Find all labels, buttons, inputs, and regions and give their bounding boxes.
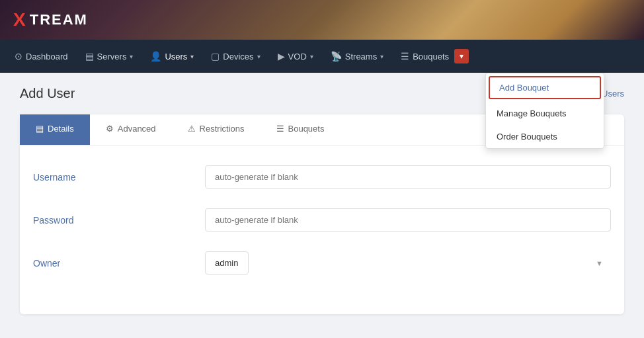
nav-item-vod[interactable]: ▶ VOD ▾ <box>270 46 321 67</box>
restrictions-tab-label: Restrictions <box>200 124 245 134</box>
nav-label-users: Users <box>165 52 187 62</box>
password-row: Password <box>33 208 611 232</box>
bouquets-add-item[interactable]: Add Bouquet <box>489 76 601 99</box>
page-title: Add User <box>20 86 75 101</box>
servers-icon: ▤ <box>85 51 94 62</box>
vod-chevron-icon: ▾ <box>310 53 313 60</box>
bouquets-manage-item[interactable]: Manage Bouquets <box>486 102 604 125</box>
bouquets-dropdown-button[interactable]: ▾ <box>454 49 469 63</box>
nav-item-devices[interactable]: ▢ Devices ▾ <box>203 46 268 67</box>
navbar: ⊙ Dashboard ▤ Servers ▾ 👤 Users ▾ ▢ Devi… <box>0 40 644 73</box>
nav-item-servers[interactable]: ▤ Servers ▾ <box>77 46 141 67</box>
dashboard-icon: ⊙ <box>15 51 22 62</box>
tab-bouquets[interactable]: ☰ Bouquets <box>261 114 341 145</box>
logo-x: X <box>13 9 27 30</box>
bouquets-order-item[interactable]: Order Bouquets <box>486 125 604 148</box>
nav-item-dashboard[interactable]: ⊙ Dashboard <box>7 46 76 67</box>
nav-item-streams[interactable]: 📡 Streams ▾ <box>323 46 391 67</box>
logo[interactable]: X TREAM <box>13 9 88 30</box>
streams-chevron-icon: ▾ <box>380 53 383 60</box>
header: X TREAM <box>0 0 644 40</box>
nav-label-devices: Devices <box>223 52 253 62</box>
nav-item-users[interactable]: 👤 Users ▾ <box>142 46 202 67</box>
advanced-tab-icon: ⚙ <box>106 124 114 134</box>
users-chevron-icon: ▾ <box>190 53 194 60</box>
users-icon: 👤 <box>150 51 161 62</box>
nav-item-bouquets[interactable]: ☰ Bouquets ▾ <box>393 46 469 67</box>
tab-advanced[interactable]: ⚙ Advanced <box>90 114 172 145</box>
bouquets-icon: ☰ <box>401 51 409 62</box>
bouquets-text[interactable]: ☰ Bouquets <box>393 46 454 67</box>
owner-select[interactable]: admin <box>205 251 249 275</box>
username-row: Username <box>33 165 611 189</box>
nav-label-bouquets: Bouquets <box>413 52 449 62</box>
vod-icon: ▶ <box>278 51 285 62</box>
username-label: Username <box>33 172 205 183</box>
owner-label: Owner <box>33 258 205 269</box>
restrictions-tab-icon: ⚠ <box>188 124 196 134</box>
details-tab-label: Details <box>48 124 74 134</box>
bouquets-dropdown-menu: Add Bouquet Manage Bouquets Order Bouque… <box>485 73 604 149</box>
tab-details[interactable]: ▤ Details <box>20 114 90 145</box>
bouquets-tab-label: Bouquets <box>288 124 325 134</box>
nav-label-vod: VOD <box>288 52 307 62</box>
nav-label-streams: Streams <box>345 52 377 62</box>
servers-chevron-icon: ▾ <box>130 53 133 60</box>
username-input[interactable] <box>205 165 611 189</box>
form-body: Username Password Owner admin <box>20 146 624 314</box>
logo-text: TREAM <box>30 11 88 28</box>
advanced-tab-label: Advanced <box>118 124 156 134</box>
password-input[interactable] <box>205 208 611 232</box>
password-label: Password <box>33 215 205 226</box>
tab-restrictions[interactable]: ⚠ Restrictions <box>172 114 261 145</box>
nav-label-dashboard: Dashboard <box>26 52 68 62</box>
devices-icon: ▢ <box>211 51 220 62</box>
streams-icon: 📡 <box>331 51 342 62</box>
bouquets-tab-icon: ☰ <box>276 124 284 134</box>
nav-dropdown-arrow <box>167 67 177 72</box>
nav-label-servers: Servers <box>97 52 127 62</box>
details-tab-icon: ▤ <box>36 124 44 134</box>
devices-chevron-icon: ▾ <box>257 53 261 60</box>
owner-row: Owner admin <box>33 251 611 275</box>
owner-select-wrapper: admin <box>205 251 611 275</box>
